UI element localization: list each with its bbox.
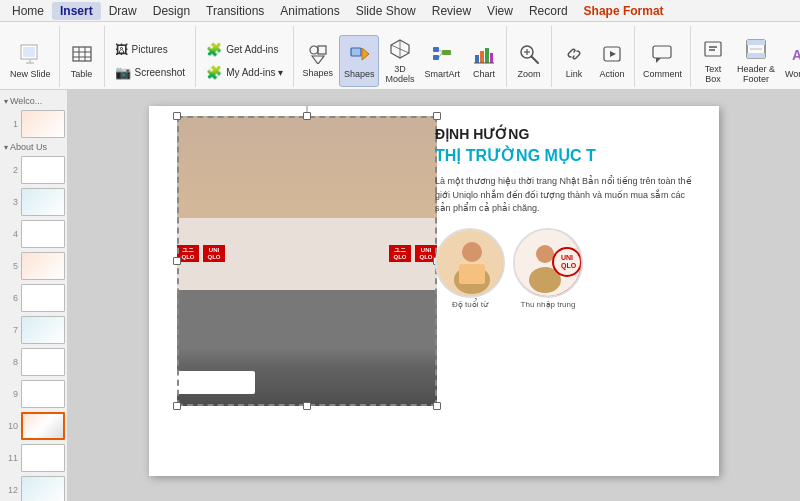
slide-thumb-7[interactable]: 7 bbox=[0, 314, 67, 346]
slide-thumb-2[interactable]: 2 bbox=[0, 154, 67, 186]
menu-draw[interactable]: Draw bbox=[101, 2, 145, 20]
slide-preview-11[interactable] bbox=[21, 444, 65, 472]
slide-thumb-8[interactable]: 8 bbox=[0, 346, 67, 378]
slide-thumb-11[interactable]: 11 bbox=[0, 442, 67, 474]
shapes-dropdown-button[interactable]: Shapes bbox=[298, 35, 337, 87]
uniqlo-badge-right-1: ユニQLO bbox=[389, 245, 411, 262]
slide-preview-2[interactable] bbox=[21, 156, 65, 184]
canvas-area: ユニQLO UNIQLO ユニQLO UNIQLO bbox=[68, 90, 800, 501]
slide-preview-7[interactable] bbox=[21, 316, 65, 344]
my-addins-label: My Add-ins ▾ bbox=[226, 67, 283, 78]
menu-insert[interactable]: Insert bbox=[52, 2, 101, 20]
pictures-icon: 🖼 bbox=[115, 42, 128, 57]
slide-num-10: 10 bbox=[4, 421, 18, 431]
slide-thumb-6[interactable]: 6 bbox=[0, 282, 67, 314]
section-about[interactable]: ▾ About Us bbox=[0, 140, 67, 154]
section-welcome[interactable]: ▾ Welco... bbox=[0, 94, 67, 108]
svg-line-20 bbox=[439, 49, 442, 52]
slide-thumb-1[interactable]: 1 bbox=[0, 108, 67, 140]
menu-record[interactable]: Record bbox=[521, 2, 576, 20]
link-button[interactable]: Link bbox=[556, 35, 592, 87]
ribbon-group-links: Link Action bbox=[552, 26, 635, 87]
handle-middle-left[interactable] bbox=[173, 257, 181, 265]
slide-preview-5[interactable] bbox=[21, 252, 65, 280]
slide-thumb-5[interactable]: 5 bbox=[0, 250, 67, 282]
my-addins-icon: 🧩 bbox=[206, 65, 222, 80]
ribbon-group-slides: New Slide bbox=[2, 26, 60, 87]
slide-num-4: 4 bbox=[4, 229, 18, 239]
slide-preview-8[interactable] bbox=[21, 348, 65, 376]
menu-transitions[interactable]: Transitions bbox=[198, 2, 272, 20]
wordart-label: WordArt bbox=[785, 70, 800, 80]
ribbon-group-text: TextBox Header &Footer A bbox=[691, 26, 800, 87]
slide-num-7: 7 bbox=[4, 325, 18, 335]
slide-thumb-12[interactable]: 12 bbox=[0, 474, 67, 501]
section-welcome-label: Welco... bbox=[10, 96, 42, 106]
menu-review[interactable]: Review bbox=[424, 2, 479, 20]
slide-preview-12[interactable] bbox=[21, 476, 65, 501]
action-icon bbox=[601, 43, 623, 68]
wordart-icon: A bbox=[790, 43, 800, 68]
menu-animations[interactable]: Animations bbox=[272, 2, 347, 20]
slide-preview-4[interactable] bbox=[21, 220, 65, 248]
link-label: Link bbox=[566, 70, 583, 80]
selected-image-container[interactable]: ユニQLO UNIQLO ユニQLO UNIQLO bbox=[177, 116, 437, 406]
shapes-dropdown-icon bbox=[308, 44, 328, 67]
screenshot-button[interactable]: 📷 Screenshot bbox=[109, 62, 192, 84]
svg-point-53 bbox=[536, 245, 554, 263]
handle-top-left[interactable] bbox=[173, 112, 181, 120]
menu-shape-format[interactable]: Shape Format bbox=[576, 2, 672, 20]
my-addins-button[interactable]: 🧩 My Add-ins ▾ bbox=[200, 62, 289, 84]
svg-point-49 bbox=[462, 242, 482, 262]
slide-canvas[interactable]: ユニQLO UNIQLO ユニQLO UNIQLO bbox=[149, 106, 719, 476]
new-slide-button[interactable]: New Slide bbox=[6, 35, 55, 87]
slide-thumb-10[interactable]: 10 bbox=[0, 410, 67, 442]
addins-icon: 🧩 bbox=[206, 42, 222, 57]
action-button[interactable]: Action bbox=[594, 35, 630, 87]
textbox-button[interactable]: TextBox bbox=[695, 35, 731, 87]
store-top bbox=[177, 116, 437, 218]
3d-models-button[interactable]: 3DModels bbox=[381, 35, 418, 87]
menu-slideshow[interactable]: Slide Show bbox=[348, 2, 424, 20]
slide-thumb-9[interactable]: 9 bbox=[0, 378, 67, 410]
circle-item-1: Độ tuổi từ bbox=[435, 228, 505, 309]
svg-marker-32 bbox=[610, 51, 616, 57]
zoom-icon bbox=[518, 43, 540, 68]
handle-bottom-center[interactable] bbox=[303, 402, 311, 410]
slide-preview-1[interactable] bbox=[21, 110, 65, 138]
svg-rect-24 bbox=[485, 48, 489, 63]
slide-num-12: 12 bbox=[4, 485, 18, 495]
menu-home[interactable]: Home bbox=[4, 2, 52, 20]
handle-top-center[interactable] bbox=[303, 112, 311, 120]
circle-image-1 bbox=[435, 228, 505, 298]
3d-models-icon bbox=[389, 38, 411, 63]
shapes-button[interactable]: Shapes bbox=[339, 35, 380, 87]
menu-design[interactable]: Design bbox=[145, 2, 198, 20]
svg-rect-12 bbox=[351, 48, 361, 56]
svg-rect-18 bbox=[433, 55, 439, 60]
svg-rect-22 bbox=[475, 55, 479, 63]
svg-rect-19 bbox=[442, 50, 451, 55]
get-addins-label: Get Add-ins bbox=[226, 44, 278, 55]
get-addins-button[interactable]: 🧩 Get Add-ins bbox=[200, 39, 289, 61]
ribbon-group-shapes: Shapes Shapes bbox=[294, 26, 507, 87]
chart-button[interactable]: Chart bbox=[466, 35, 502, 87]
table-button[interactable]: Table bbox=[64, 35, 100, 87]
smartart-button[interactable]: SmartArt bbox=[420, 35, 464, 87]
slide-thumb-4[interactable]: 4 bbox=[0, 218, 67, 250]
pictures-button[interactable]: 🖼 Pictures bbox=[109, 39, 192, 61]
slide-preview-6[interactable] bbox=[21, 284, 65, 312]
header-footer-button[interactable]: Header &Footer bbox=[733, 35, 779, 87]
slide-preview-3[interactable] bbox=[21, 188, 65, 216]
slide-preview-9[interactable] bbox=[21, 380, 65, 408]
wordart-button[interactable]: A WordArt bbox=[781, 35, 800, 87]
svg-marker-11 bbox=[312, 56, 324, 64]
slide-thumb-3[interactable]: 3 bbox=[0, 186, 67, 218]
slide-preview-10[interactable] bbox=[21, 412, 65, 440]
menu-view[interactable]: View bbox=[479, 2, 521, 20]
link-icon bbox=[563, 43, 585, 68]
menu-bar: Home Insert Draw Design Transitions Anim… bbox=[0, 0, 800, 22]
comment-button[interactable]: Comment bbox=[639, 35, 686, 87]
zoom-button[interactable]: Zoom bbox=[511, 35, 547, 87]
handle-bottom-left[interactable] bbox=[173, 402, 181, 410]
